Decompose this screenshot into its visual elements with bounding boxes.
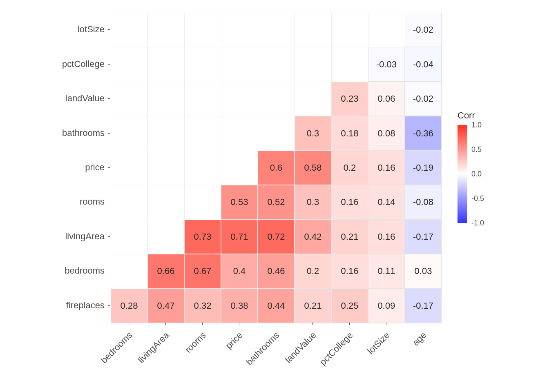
y-axis-tick	[108, 271, 110, 271]
x-axis-tick-label: pctCollege	[317, 330, 355, 368]
heatmap-cell: 0.11	[368, 254, 405, 288]
heatmap-cell: 0.44	[258, 289, 295, 323]
heatmap-cell: 0.06	[368, 82, 405, 116]
legend-tick-label: 1.0	[471, 121, 482, 129]
x-axis-tick-label: livingArea	[136, 330, 172, 365]
x-axis-tick	[423, 323, 423, 325]
y-axis-tick	[108, 167, 110, 168]
heatmap-cell: 0.4	[221, 254, 258, 288]
heatmap-cell: 0.25	[331, 289, 368, 323]
legend-tick-label: 0.0	[471, 170, 482, 178]
legend-title: Corr	[458, 110, 475, 121]
y-axis-tick	[108, 236, 110, 237]
heatmap-cell: 0.3	[295, 116, 331, 150]
x-axis-tick	[276, 323, 276, 325]
heatmap-cell: 0.6	[258, 151, 295, 185]
y-axis-tick-label: rooms	[80, 196, 105, 207]
x-axis-tick	[386, 323, 386, 325]
y-axis-tick-label: livingArea	[65, 231, 105, 242]
heatmap-cell: -0.02	[405, 13, 442, 47]
heatmap-cell: 0.46	[258, 254, 295, 288]
heatmap-cell: 0.3	[295, 185, 331, 219]
legend-tick	[467, 174, 469, 174]
legend-tick	[467, 125, 469, 125]
x-axis-tick	[129, 323, 129, 325]
y-axis-tick-label: price	[85, 162, 105, 173]
legend-tick-label: -1.0	[471, 219, 484, 227]
heatmap-cell: 0.71	[221, 220, 258, 254]
heatmap-cell: 0.28	[111, 289, 147, 323]
x-axis-tick-label: rooms	[183, 330, 208, 355]
heatmap-cell: 0.23	[331, 82, 368, 116]
y-axis-tick-label: lotSize	[78, 24, 105, 35]
heatmap-cell: 0.38	[221, 289, 258, 323]
y-axis-tick-label: bedrooms	[65, 265, 105, 276]
heatmap-cell: 0.14	[368, 185, 405, 219]
y-axis-tick	[108, 64, 110, 65]
heatmap-plot-area: -0.02-0.03-0.040.230.06-0.020.30.180.08-…	[110, 12, 442, 323]
heatmap-cell: 0.09	[368, 289, 405, 323]
heatmap-cell: 0.58	[295, 151, 331, 185]
legend-tick	[467, 149, 469, 150]
legend-tick-label: 0.5	[471, 145, 482, 154]
x-axis-tick-label: bedrooms	[99, 330, 135, 366]
x-axis-tick	[239, 323, 239, 325]
heatmap-cell: 0.2	[295, 254, 331, 288]
x-axis-tick-label: lotSize	[365, 330, 392, 356]
heatmap-cell: -0.19	[405, 151, 442, 185]
x-axis-tick-label: age	[411, 330, 428, 348]
y-axis-tick	[108, 305, 110, 306]
heatmap-cell: 0.53	[221, 185, 258, 219]
heatmap-cell: 0.08	[368, 116, 405, 150]
heatmap-cell: 0.21	[295, 289, 331, 323]
heatmap-cell: 0.16	[331, 254, 368, 288]
heatmap-cell: 0.16	[368, 220, 405, 254]
heatmap-cell: -0.17	[405, 220, 442, 254]
heatmap-cell: 0.2	[331, 151, 368, 185]
heatmap-cell: -0.04	[405, 47, 442, 81]
y-axis-tick	[108, 133, 110, 134]
x-axis-tick-label: landValue	[283, 330, 318, 365]
y-axis-tick-label: bathrooms	[62, 128, 105, 138]
heatmap-cell: 0.16	[331, 185, 368, 219]
legend: Corr 1.00.50.0-0.5-1.0	[458, 110, 475, 124]
heatmap-cell: 0.16	[368, 151, 405, 185]
heatmap-cell: -0.08	[405, 185, 442, 219]
y-axis-tick-label: fireplaces	[66, 300, 105, 311]
heatmap-cell: 0.03	[405, 254, 442, 288]
x-axis-tick	[165, 323, 166, 325]
x-axis-tick-label: price	[223, 330, 245, 351]
legend-tick	[467, 223, 469, 223]
heatmap-cell: 0.32	[184, 289, 221, 323]
x-axis-tick	[202, 323, 203, 325]
y-axis-tick	[108, 98, 110, 99]
heatmap-cell: -0.03	[368, 47, 405, 81]
y-axis-tick	[108, 29, 110, 30]
x-axis-tick	[349, 323, 350, 325]
heatmap-cell: 0.18	[331, 116, 368, 150]
heatmap-cell: 0.21	[331, 220, 368, 254]
heatmap-cell: 0.52	[258, 185, 295, 219]
legend-tick-label: -0.5	[471, 194, 484, 203]
legend-colorbar	[458, 125, 467, 223]
heatmap-cell: -0.02	[405, 82, 442, 116]
heatmap-cell: -0.17	[405, 289, 442, 323]
heatmap-cell: -0.36	[405, 116, 442, 150]
x-axis-tick	[312, 323, 313, 325]
x-axis-tick-label: bathrooms	[244, 330, 281, 368]
y-axis-tick	[108, 202, 110, 202]
heatmap-cell: 0.66	[147, 254, 184, 288]
heatmap-cell: 0.73	[184, 220, 221, 254]
heatmap-cell: 0.42	[295, 220, 331, 254]
heatmap-cell: 0.72	[258, 220, 295, 254]
y-axis-tick-label: landValue	[65, 93, 105, 104]
y-axis-tick-label: pctCollege	[62, 59, 105, 69]
heatmap-cell: 0.67	[184, 254, 221, 288]
legend-tick	[467, 198, 469, 199]
heatmap-cell: 0.47	[147, 289, 184, 323]
